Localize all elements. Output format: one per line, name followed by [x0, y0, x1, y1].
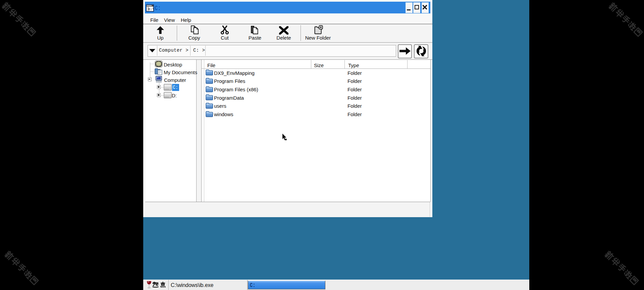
svg-text:C:\: C:\	[149, 7, 154, 11]
